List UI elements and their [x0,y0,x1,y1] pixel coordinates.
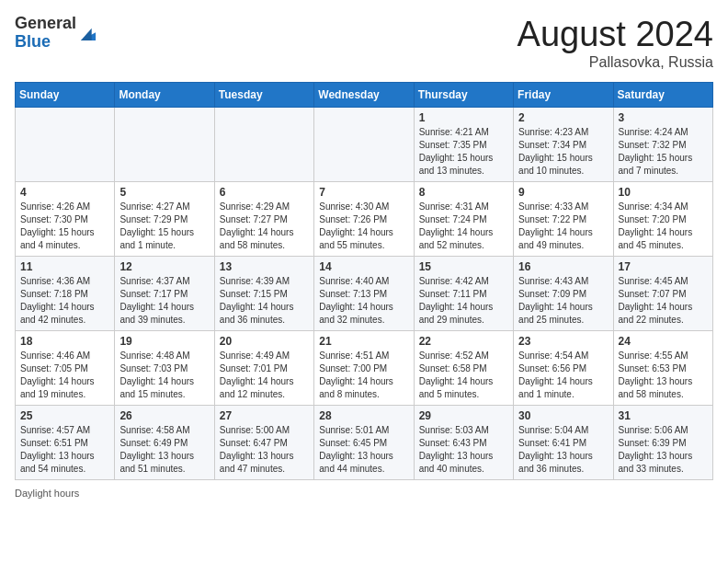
calendar-cell [16,108,115,182]
day-info: Sunrise: 4:55 AM Sunset: 6:53 PM Dayligh… [619,350,708,401]
calendar-cell: 10Sunrise: 4:34 AM Sunset: 7:20 PM Dayli… [613,182,712,257]
calendar-cell: 26Sunrise: 4:58 AM Sunset: 6:49 PM Dayli… [115,406,214,480]
day-number: 5 [119,186,209,199]
day-info: Sunrise: 5:04 AM Sunset: 6:41 PM Dayligh… [518,424,608,476]
day-number: 10 [619,186,708,199]
day-number: 29 [419,409,508,422]
calendar-cell: 28Sunrise: 5:01 AM Sunset: 6:45 PM Dayli… [314,406,414,480]
day-number: 4 [20,186,109,199]
day-number: 13 [220,260,309,273]
day-info: Sunrise: 4:57 AM Sunset: 6:51 PM Dayligh… [20,424,109,476]
day-number: 25 [20,409,109,422]
logo-icon [78,23,98,43]
calendar-cell: 24Sunrise: 4:55 AM Sunset: 6:53 PM Dayli… [613,331,712,406]
calendar-cell [115,108,214,182]
calendar-cell: 7Sunrise: 4:30 AM Sunset: 7:26 PM Daylig… [314,182,414,257]
daylight-label: Daylight hours [15,488,79,499]
day-info: Sunrise: 4:45 AM Sunset: 7:07 PM Dayligh… [619,275,708,327]
calendar-cell: 16Sunrise: 4:43 AM Sunset: 7:09 PM Dayli… [514,257,613,331]
day-number: 27 [220,409,309,422]
day-number: 14 [319,260,408,273]
calendar-cell: 31Sunrise: 5:06 AM Sunset: 6:39 PM Dayli… [613,406,712,480]
logo-general: General [15,14,76,32]
day-number: 6 [220,186,309,199]
day-of-week-header: Friday [514,83,613,108]
day-of-week-header: Saturday [613,83,712,108]
day-info: Sunrise: 4:27 AM Sunset: 7:29 PM Dayligh… [119,201,209,252]
calendar-cell [214,108,313,182]
day-info: Sunrise: 4:43 AM Sunset: 7:09 PM Dayligh… [518,275,608,327]
logo: General Blue [15,15,98,52]
day-number: 2 [518,111,608,124]
day-number: 12 [119,260,209,273]
legend: Daylight hours [15,488,713,499]
day-info: Sunrise: 4:42 AM Sunset: 7:11 PM Dayligh… [419,275,508,327]
day-info: Sunrise: 4:51 AM Sunset: 7:00 PM Dayligh… [319,350,408,401]
day-number: 23 [518,335,608,348]
day-info: Sunrise: 4:37 AM Sunset: 7:17 PM Dayligh… [119,275,209,327]
day-number: 24 [619,335,708,348]
calendar-cell: 25Sunrise: 4:57 AM Sunset: 6:51 PM Dayli… [16,406,115,480]
calendar-cell: 22Sunrise: 4:52 AM Sunset: 6:58 PM Dayli… [414,331,513,406]
calendar-cell: 18Sunrise: 4:46 AM Sunset: 7:05 PM Dayli… [16,331,115,406]
day-number: 15 [419,260,508,273]
day-number: 28 [319,409,408,422]
day-of-week-header: Sunday [16,83,115,108]
day-info: Sunrise: 4:54 AM Sunset: 6:56 PM Dayligh… [518,350,608,401]
day-info: Sunrise: 4:48 AM Sunset: 7:03 PM Dayligh… [119,350,209,401]
day-info: Sunrise: 4:33 AM Sunset: 7:22 PM Dayligh… [518,201,608,252]
day-number: 30 [518,409,608,422]
calendar-cell: 29Sunrise: 5:03 AM Sunset: 6:43 PM Dayli… [414,406,513,480]
calendar-cell: 20Sunrise: 4:49 AM Sunset: 7:01 PM Dayli… [214,331,313,406]
calendar-cell: 27Sunrise: 5:00 AM Sunset: 6:47 PM Dayli… [214,406,313,480]
calendar-cell: 6Sunrise: 4:29 AM Sunset: 7:27 PM Daylig… [214,182,313,257]
day-info: Sunrise: 4:58 AM Sunset: 6:49 PM Dayligh… [119,424,209,476]
calendar-cell: 1Sunrise: 4:21 AM Sunset: 7:35 PM Daylig… [414,108,513,182]
day-number: 22 [419,335,508,348]
day-number: 18 [20,335,109,348]
calendar-cell [314,108,414,182]
day-info: Sunrise: 5:01 AM Sunset: 6:45 PM Dayligh… [319,424,408,476]
day-of-week-header: Tuesday [214,83,313,108]
day-number: 19 [119,335,209,348]
calendar-cell: 17Sunrise: 4:45 AM Sunset: 7:07 PM Dayli… [613,257,712,331]
day-number: 11 [20,260,109,273]
day-number: 9 [518,186,608,199]
day-number: 16 [518,260,608,273]
day-info: Sunrise: 4:26 AM Sunset: 7:30 PM Dayligh… [20,201,109,252]
calendar-cell: 9Sunrise: 4:33 AM Sunset: 7:22 PM Daylig… [514,182,613,257]
calendar-cell: 3Sunrise: 4:24 AM Sunset: 7:32 PM Daylig… [613,108,712,182]
day-info: Sunrise: 4:24 AM Sunset: 7:32 PM Dayligh… [619,126,708,178]
calendar-cell: 2Sunrise: 4:23 AM Sunset: 7:34 PM Daylig… [514,108,613,182]
calendar-cell: 13Sunrise: 4:39 AM Sunset: 7:15 PM Dayli… [214,257,313,331]
calendar-cell: 5Sunrise: 4:27 AM Sunset: 7:29 PM Daylig… [115,182,214,257]
page-header: General Blue August 2024 Pallasovka, Rus… [15,15,713,71]
day-number: 1 [419,111,508,124]
day-info: Sunrise: 5:06 AM Sunset: 6:39 PM Dayligh… [619,424,708,476]
svg-marker-1 [81,29,92,40]
calendar-cell: 15Sunrise: 4:42 AM Sunset: 7:11 PM Dayli… [414,257,513,331]
day-number: 31 [619,409,708,422]
day-info: Sunrise: 4:36 AM Sunset: 7:18 PM Dayligh… [20,275,109,327]
day-number: 20 [220,335,309,348]
calendar-cell: 14Sunrise: 4:40 AM Sunset: 7:13 PM Dayli… [314,257,414,331]
day-info: Sunrise: 4:29 AM Sunset: 7:27 PM Dayligh… [220,201,309,252]
day-info: Sunrise: 4:46 AM Sunset: 7:05 PM Dayligh… [20,350,109,401]
day-info: Sunrise: 4:31 AM Sunset: 7:24 PM Dayligh… [419,201,508,252]
month-title: August 2024 [518,15,713,54]
day-info: Sunrise: 5:00 AM Sunset: 6:47 PM Dayligh… [220,424,309,476]
logo-blue: Blue [15,32,51,51]
day-of-week-header: Monday [115,83,214,108]
day-number: 3 [619,111,708,124]
day-info: Sunrise: 4:23 AM Sunset: 7:34 PM Dayligh… [518,126,608,178]
day-of-week-header: Thursday [414,83,513,108]
location-title: Pallasovka, Russia [518,54,713,71]
day-info: Sunrise: 4:30 AM Sunset: 7:26 PM Dayligh… [319,201,408,252]
calendar-cell: 4Sunrise: 4:26 AM Sunset: 7:30 PM Daylig… [16,182,115,257]
day-info: Sunrise: 4:40 AM Sunset: 7:13 PM Dayligh… [319,275,408,327]
day-info: Sunrise: 4:34 AM Sunset: 7:20 PM Dayligh… [619,201,708,252]
calendar-cell: 11Sunrise: 4:36 AM Sunset: 7:18 PM Dayli… [16,257,115,331]
calendar-cell: 21Sunrise: 4:51 AM Sunset: 7:00 PM Dayli… [314,331,414,406]
day-info: Sunrise: 4:52 AM Sunset: 6:58 PM Dayligh… [419,350,508,401]
day-number: 7 [319,186,408,199]
